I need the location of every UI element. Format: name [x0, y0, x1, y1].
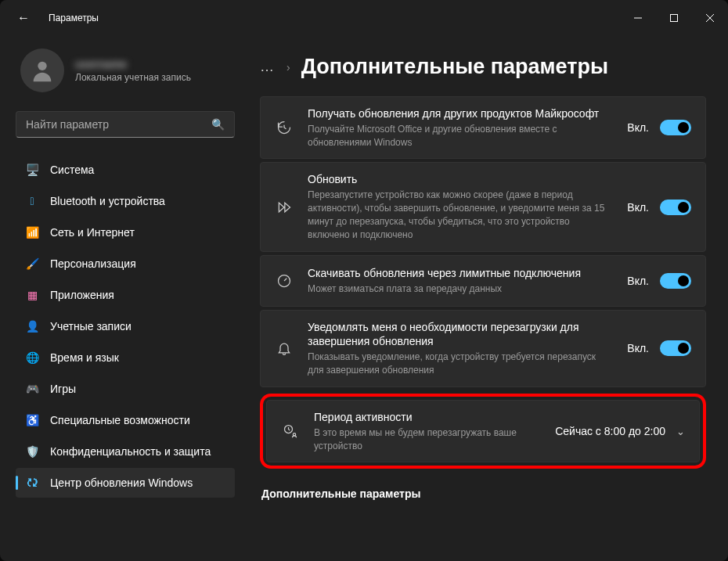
sidebar-item-label: Персонализация	[50, 257, 136, 270]
card-list: Получать обновления для других продуктов…	[260, 96, 706, 469]
person-icon: 👤	[25, 319, 39, 333]
page-title: Дополнительные параметры	[301, 55, 608, 79]
card-notify[interactable]: Уведомлять меня о необходимости перезагр…	[260, 310, 706, 387]
chevron-right-icon: ›	[287, 61, 290, 74]
shield-icon: 🛡️	[25, 444, 39, 459]
sidebar-item-accounts[interactable]: 👤 Учетные записи	[16, 311, 235, 341]
card-active-hours[interactable]: Период активности В это время мы не буде…	[266, 400, 700, 462]
sidebar-item-time[interactable]: 🌐 Время и язык	[16, 343, 235, 372]
display-icon: 🖥️	[25, 163, 39, 177]
toggle-other-products[interactable]	[660, 120, 691, 135]
card-title: Период активности	[314, 410, 541, 425]
search-box[interactable]: 🔍	[16, 111, 235, 138]
sidebar-item-privacy[interactable]: 🛡️ Конфиденциальность и защита	[16, 437, 235, 466]
history-icon	[275, 120, 294, 135]
card-body: Обновить Перезапустите устройство как мо…	[308, 172, 613, 241]
sidebar-item-gaming[interactable]: 🎮 Игры	[16, 374, 235, 404]
sidebar-item-label: Сеть и Интернет	[50, 226, 135, 239]
card-right: Вкл.	[627, 340, 691, 356]
sidebar-item-label: Специальные возможности	[50, 414, 190, 426]
toggle-label: Вкл.	[627, 342, 649, 354]
titlebar-left: ← Параметры	[9, 8, 99, 28]
search-icon: 🔍	[211, 118, 225, 131]
card-title: Обновить	[308, 172, 613, 187]
sidebar-item-label: Конфиденциальность и защита	[50, 445, 211, 458]
sidebar-item-system[interactable]: 🖥️ Система	[16, 155, 235, 185]
sidebar-item-label: Bluetooth и устройства	[50, 195, 165, 207]
breadcrumb: … › Дополнительные параметры	[260, 55, 706, 79]
card-right: Вкл.	[627, 120, 691, 135]
card-body: Получать обновления для других продуктов…	[308, 106, 613, 149]
card-other-products[interactable]: Получать обновления для других продуктов…	[260, 96, 706, 159]
window-controls	[620, 5, 728, 31]
card-title: Скачивать обновления через лимитные подк…	[308, 266, 613, 281]
sidebar-item-apps[interactable]: ▦ Приложения	[16, 280, 235, 310]
titlebar: ← Параметры	[0, 0, 728, 36]
card-metered[interactable]: Скачивать обновления через лимитные подк…	[260, 255, 706, 307]
card-title: Уведомлять меня о необходимости перезагр…	[308, 320, 613, 350]
update-icon: 🗘	[25, 476, 39, 490]
settings-window: ← Параметры username Локальная учетная з…	[0, 0, 728, 561]
card-desc: Может взиматься плата за передачу данных	[308, 282, 613, 296]
svg-point-4	[38, 62, 46, 70]
avatar	[20, 49, 64, 92]
back-button[interactable]: ←	[9, 8, 38, 28]
toggle-notify[interactable]	[660, 340, 691, 356]
user-name: username	[75, 58, 191, 70]
breadcrumb-more-icon[interactable]: …	[260, 59, 276, 75]
toggle-label: Вкл.	[627, 275, 649, 287]
card-right: Вкл.	[627, 273, 691, 289]
sidebar-item-label: Время и язык	[50, 351, 119, 364]
sidebar-item-bluetooth[interactable]:  Bluetooth и устройства	[16, 186, 235, 216]
sidebar-item-windows-update[interactable]: 🗘 Центр обновления Windows	[16, 468, 235, 498]
app-title: Параметры	[49, 13, 99, 23]
sidebar-item-accessibility[interactable]: ♿ Специальные возможности	[16, 405, 235, 435]
sidebar-item-network[interactable]: 📶 Сеть и Интернет	[16, 218, 235, 247]
gamepad-icon: 🎮	[25, 382, 39, 396]
user-icon	[29, 57, 56, 84]
brush-icon: 🖌️	[25, 257, 39, 271]
highlight-active-hours: Период активности В это время мы не буде…	[260, 394, 706, 469]
section-header: Дополнительные параметры	[261, 487, 706, 500]
card-body: Период активности В это время мы не буде…	[314, 410, 541, 452]
user-info: username Локальная учетная запись	[75, 58, 191, 83]
sidebar-item-personalization[interactable]: 🖌️ Персонализация	[16, 249, 235, 279]
card-body: Уведомлять меня о необходимости перезагр…	[308, 320, 613, 377]
bell-icon	[275, 340, 294, 356]
card-body: Скачивать обновления через лимитные подк…	[308, 266, 613, 296]
svg-rect-1	[671, 15, 678, 22]
card-right: Вкл.	[627, 200, 691, 215]
active-hours-value: Сейчас с 8:00 до 2:00	[555, 425, 665, 437]
sidebar-item-label: Игры	[50, 383, 76, 395]
content: username Локальная учетная запись 🔍 🖥️ С…	[0, 36, 728, 561]
toggle-refresh[interactable]	[660, 200, 691, 215]
toggle-label: Вкл.	[627, 201, 649, 214]
apps-icon: ▦	[25, 288, 39, 302]
maximize-button[interactable]	[656, 5, 692, 31]
toggle-label: Вкл.	[627, 121, 649, 134]
card-desc: В это время мы не будем перезагружать ва…	[314, 426, 541, 453]
user-block[interactable]: username Локальная учетная запись	[16, 36, 235, 111]
chevron-down-icon: ⌄	[676, 426, 685, 437]
card-title: Получать обновления для других продуктов…	[308, 106, 613, 121]
wifi-icon: 📶	[25, 225, 39, 239]
card-desc: Получайте Microsoft Office и другие обно…	[308, 123, 613, 149]
user-subtitle: Локальная учетная запись	[75, 72, 191, 83]
card-desc: Перезапустите устройство как можно скоре…	[308, 189, 613, 241]
sidebar: username Локальная учетная запись 🔍 🖥️ С…	[0, 36, 244, 561]
close-button[interactable]	[692, 5, 728, 31]
minimize-button[interactable]	[620, 5, 656, 31]
search-input[interactable]	[26, 118, 211, 131]
card-desc: Показывать уведомление, когда устройству…	[308, 351, 613, 377]
sidebar-item-label: Система	[50, 164, 94, 176]
main: … › Дополнительные параметры Получать об…	[244, 36, 728, 561]
sidebar-item-label: Центр обновления Windows	[50, 476, 193, 489]
sidebar-item-label: Учетные записи	[50, 320, 132, 333]
card-right: Сейчас с 8:00 до 2:00 ⌄	[555, 425, 685, 437]
fast-forward-icon	[275, 200, 294, 215]
bluetooth-icon: 	[25, 194, 39, 208]
toggle-metered[interactable]	[660, 273, 691, 289]
card-refresh[interactable]: Обновить Перезапустите устройство как мо…	[260, 162, 706, 251]
speedometer-icon	[275, 273, 294, 289]
sidebar-item-label: Приложения	[50, 289, 114, 301]
